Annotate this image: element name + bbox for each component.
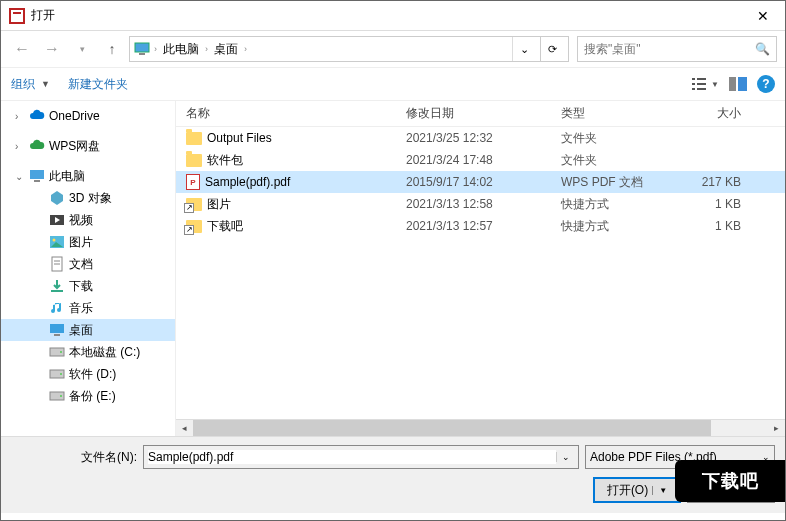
window-title: 打开 (31, 7, 749, 24)
svg-rect-9 (697, 83, 706, 85)
filename-combobox[interactable]: ⌄ (143, 445, 579, 469)
file-row[interactable]: 下载吧2021/3/13 12:57快捷方式1 KB (176, 215, 785, 237)
filename-label: 文件名(N): (81, 449, 137, 466)
organize-dropdown-icon[interactable]: ▼ (41, 79, 50, 89)
pc-icon (134, 41, 150, 57)
filename-dropdown-icon[interactable]: ⌄ (556, 452, 574, 462)
svg-rect-26 (54, 334, 60, 336)
view-mode-button[interactable]: ▼ (692, 77, 719, 91)
back-button[interactable]: ← (9, 36, 35, 62)
horizontal-scrollbar[interactable]: ◂ ▸ (176, 419, 785, 436)
chevron-right-icon: › (242, 44, 249, 54)
app-icon (9, 8, 25, 24)
svg-rect-2 (13, 12, 21, 14)
filename-input[interactable] (148, 450, 556, 464)
scroll-right-icon[interactable]: ▸ (768, 420, 785, 437)
tree-item[interactable]: 桌面 (1, 319, 175, 341)
new-folder-button[interactable]: 新建文件夹 (68, 76, 128, 93)
tree-item[interactable]: 本地磁盘 (C:) (1, 341, 175, 363)
search-input[interactable] (584, 42, 755, 56)
svg-point-30 (60, 373, 62, 375)
address-bar[interactable]: › 此电脑 › 桌面 › ⌄ ⟳ (129, 36, 569, 62)
column-size[interactable]: 大小 (681, 105, 751, 122)
breadcrumb-item[interactable]: 此电脑 (161, 41, 201, 58)
tree-item[interactable]: 视频 (1, 209, 175, 231)
close-icon[interactable]: ✕ (749, 8, 777, 24)
scroll-left-icon[interactable]: ◂ (176, 420, 193, 437)
title-bar: 打开 ✕ (1, 1, 785, 31)
file-row[interactable]: Output Files2021/3/25 12:32文件夹 (176, 127, 785, 149)
up-button[interactable]: ↑ (99, 36, 125, 62)
scrollbar-thumb[interactable] (193, 420, 711, 437)
column-headers[interactable]: 名称 修改日期 类型 大小 (176, 101, 785, 127)
svg-rect-11 (729, 77, 736, 91)
svg-rect-14 (34, 180, 40, 182)
file-row[interactable]: 软件包2021/3/24 17:48文件夹 (176, 149, 785, 171)
file-row[interactable]: 图片2021/3/13 12:58快捷方式1 KB (176, 193, 785, 215)
file-row[interactable]: Sample(pdf).pdf2015/9/17 14:02WPS PDF 文档… (176, 171, 785, 193)
tree-item[interactable]: 软件 (D:) (1, 363, 175, 385)
address-dropdown[interactable]: ⌄ (512, 37, 536, 61)
forward-button[interactable]: → (39, 36, 65, 62)
organize-button[interactable]: 组织 (11, 76, 35, 93)
column-name[interactable]: 名称 (176, 105, 406, 122)
file-list: 名称 修改日期 类型 大小 Output Files2021/3/25 12:3… (176, 101, 785, 436)
tree-item[interactable]: 图片 (1, 231, 175, 253)
tree-item[interactable]: ›OneDrive (1, 105, 175, 127)
refresh-button[interactable]: ⟳ (540, 37, 564, 61)
svg-rect-24 (51, 290, 63, 292)
open-button[interactable]: 打开(O)▼ (593, 477, 681, 503)
column-date[interactable]: 修改日期 (406, 105, 561, 122)
search-icon[interactable]: 🔍 (755, 42, 770, 56)
svg-rect-1 (11, 10, 23, 22)
svg-rect-3 (135, 43, 149, 52)
svg-rect-13 (30, 170, 44, 179)
svg-marker-15 (51, 191, 63, 205)
svg-rect-8 (697, 78, 706, 80)
history-dropdown[interactable]: ▾ (69, 36, 95, 62)
nav-bar: ← → ▾ ↑ › 此电脑 › 桌面 › ⌄ ⟳ 🔍 (1, 31, 785, 67)
tree-item[interactable]: 备份 (E:) (1, 385, 175, 407)
svg-rect-4 (139, 53, 145, 55)
svg-rect-5 (692, 78, 695, 80)
chevron-right-icon: › (152, 44, 159, 54)
svg-rect-6 (692, 83, 695, 85)
toolbar: 组织 ▼ 新建文件夹 ▼ ? (1, 67, 785, 101)
tree-item[interactable]: ⌄此电脑 (1, 165, 175, 187)
svg-point-28 (60, 351, 62, 353)
help-icon[interactable]: ? (757, 75, 775, 93)
svg-point-32 (60, 395, 62, 397)
breadcrumb-item[interactable]: 桌面 (212, 41, 240, 58)
bottom-panel: 文件名(N): ⌄ Adobe PDF Files (*.pdf) ⌄ 打开(O… (1, 436, 785, 513)
tree-item[interactable]: ›WPS网盘 (1, 135, 175, 157)
svg-point-19 (53, 239, 56, 242)
tree-item[interactable]: 3D 对象 (1, 187, 175, 209)
tree-item[interactable]: 下载 (1, 275, 175, 297)
svg-rect-7 (692, 88, 695, 90)
svg-rect-10 (697, 88, 706, 90)
watermark: 下载吧 (675, 460, 785, 502)
svg-rect-12 (738, 77, 747, 91)
chevron-right-icon: › (203, 44, 210, 54)
search-box[interactable]: 🔍 (577, 36, 777, 62)
preview-pane-button[interactable] (729, 77, 747, 91)
sidebar-tree[interactable]: ›OneDrive›WPS网盘⌄此电脑3D 对象视频图片文档下载音乐桌面本地磁盘… (1, 101, 176, 436)
tree-item[interactable]: 音乐 (1, 297, 175, 319)
svg-rect-25 (50, 324, 64, 333)
tree-item[interactable]: 文档 (1, 253, 175, 275)
column-type[interactable]: 类型 (561, 105, 681, 122)
